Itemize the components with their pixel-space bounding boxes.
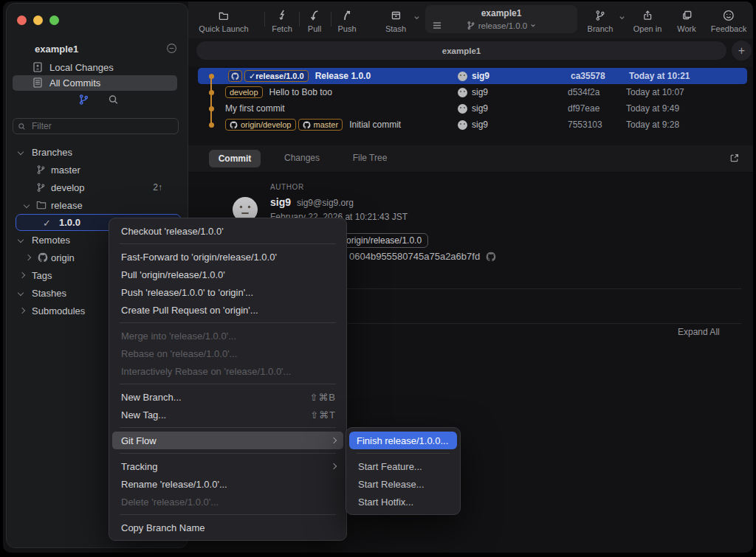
zoom-window-button[interactable] bbox=[49, 15, 59, 25]
document-plusminus-icon bbox=[33, 62, 42, 72]
tree-item-develop[interactable]: develop 2↑ bbox=[7, 179, 188, 196]
chevron-right-icon[interactable] bbox=[19, 272, 25, 278]
smiley-icon bbox=[723, 8, 735, 23]
repo-tab-example1[interactable]: example1 bbox=[196, 41, 726, 60]
avatar bbox=[458, 104, 467, 114]
add-tab-button[interactable]: + bbox=[732, 41, 752, 60]
branches-mode-icon[interactable] bbox=[78, 94, 89, 105]
menu-item-copy-branch-name[interactable]: Copy Branch Name bbox=[109, 519, 346, 536]
pull-button[interactable]: Pull bbox=[308, 8, 321, 33]
tab-commit[interactable]: Commit bbox=[209, 150, 261, 167]
menu-item-fast-forward[interactable]: Fast-Forward to 'origin/release/1.0.0' bbox=[109, 248, 346, 266]
sidebar-repo-name: example1 bbox=[35, 44, 78, 55]
github-icon bbox=[38, 252, 48, 263]
menu-item-new-tag[interactable]: New Tag... ⇧⌘T bbox=[109, 406, 346, 423]
menu-item-new-branch[interactable]: New Branch... ⇧⌘B bbox=[109, 388, 346, 406]
filter-field[interactable] bbox=[13, 118, 179, 134]
tab-file-tree[interactable]: File Tree bbox=[353, 153, 388, 163]
tree-item-release[interactable]: release bbox=[7, 196, 188, 214]
branch-dropdown-chevron-icon[interactable] bbox=[619, 15, 625, 21]
submenu-item-start-release[interactable]: Start Release... bbox=[346, 475, 460, 493]
submenu-item-start-feature[interactable]: Start Feature... bbox=[346, 457, 460, 475]
menu-item-checkout[interactable]: Checkout 'release/1.0.0' bbox=[109, 222, 346, 240]
tab-changes[interactable]: Changes bbox=[284, 153, 320, 163]
feedback-button[interactable]: Feedback bbox=[711, 8, 746, 33]
minimize-window-button[interactable] bbox=[33, 15, 43, 25]
filter-input[interactable] bbox=[30, 120, 173, 132]
detail-tabbar: Commit Changes File Tree bbox=[188, 145, 753, 173]
chevron-down-icon[interactable] bbox=[18, 149, 24, 155]
fetch-button[interactable]: Fetch bbox=[272, 8, 292, 33]
commit-sha-row: 0604b955580745a75a2a6b7fd bbox=[349, 251, 496, 262]
stash-dropdown-chevron-icon[interactable] bbox=[413, 15, 420, 21]
tree-item-master[interactable]: master bbox=[7, 161, 188, 179]
branch-icon bbox=[36, 165, 46, 175]
repo-selector[interactable]: example1 release/1.0.0 bbox=[425, 5, 577, 33]
branch-icon bbox=[467, 21, 475, 30]
submenu-chevron-icon bbox=[331, 437, 337, 443]
stash-button[interactable]: Stash bbox=[385, 8, 406, 33]
menu-divider bbox=[357, 453, 450, 454]
chevron-down-icon[interactable] bbox=[18, 237, 24, 243]
commit-list-icon bbox=[33, 77, 42, 88]
tree-item-branches[interactable]: Branches bbox=[7, 143, 188, 161]
commit-author: sig9 bbox=[458, 120, 488, 130]
chevron-down-icon[interactable] bbox=[18, 290, 24, 296]
commit-subject: Hello to Bob too bbox=[269, 87, 332, 97]
commit-date: Today at 10:07 bbox=[626, 87, 684, 97]
menu-item-pull[interactable]: Pull 'origin/release/1.0.0' bbox=[109, 266, 346, 283]
search-mode-icon[interactable] bbox=[108, 94, 119, 105]
expand-all-button[interactable]: Expand All bbox=[678, 327, 720, 337]
toolbar-separator bbox=[331, 12, 331, 27]
commit-row[interactable]: origin/develop master Initial commit sig… bbox=[195, 117, 747, 133]
menu-item-tracking[interactable]: Tracking bbox=[109, 457, 346, 475]
menu-item-git-flow[interactable]: Git Flow bbox=[112, 432, 343, 449]
repo-tabbar: example1 + bbox=[188, 38, 753, 66]
commit-author: sig9 bbox=[458, 87, 488, 97]
share-icon bbox=[642, 8, 653, 23]
menu-divider bbox=[120, 514, 336, 515]
remote-ref-badge: origin/develop bbox=[225, 119, 296, 131]
push-button[interactable]: Push bbox=[337, 8, 356, 33]
menu-item-push[interactable]: Push 'release/1.0.0' to 'origin'... bbox=[109, 283, 346, 301]
open-in-window-icon[interactable] bbox=[729, 153, 740, 164]
close-window-button[interactable] bbox=[17, 15, 27, 25]
toolbar: Quick Launch Fetch Pull Push bbox=[188, 1, 753, 38]
submenu-item-finish-release[interactable]: Finish release/1.0.0... bbox=[349, 432, 457, 449]
author-email: sig9@sig9.org bbox=[297, 198, 354, 208]
menu-item-create-pull-request[interactable]: Create Pull Request on 'origin'... bbox=[109, 301, 346, 319]
commit-row[interactable]: ✓release/1.0.0 Release 1.0.0 sig9 ca3557… bbox=[198, 68, 747, 84]
commit-row[interactable]: My first commit sig9 df97eae Today at 9:… bbox=[195, 100, 747, 117]
commit-date: Today at 9:28 bbox=[626, 120, 679, 130]
quick-launch-button[interactable]: Quick Launch bbox=[199, 8, 248, 33]
chevron-right-icon[interactable] bbox=[19, 308, 25, 314]
chevron-down-icon[interactable] bbox=[24, 202, 30, 208]
menu-item-rename[interactable]: Rename 'release/1.0.0'... bbox=[109, 475, 346, 493]
commit-subject: Initial commit bbox=[349, 120, 401, 130]
pull-arrow-icon bbox=[309, 8, 320, 23]
plus-icon: + bbox=[738, 44, 745, 58]
github-remote-icon bbox=[228, 70, 242, 82]
commit-sha-fragment[interactable]: 0604b955580745a75a2a6b7fd bbox=[349, 251, 480, 262]
ref-badge[interactable]: origin/release/1.0.0 bbox=[340, 233, 428, 248]
open-in-button[interactable]: Open in bbox=[633, 8, 662, 33]
sidebar-item-local-changes[interactable]: Local Changes bbox=[7, 60, 188, 75]
shortcut-label: ⇧⌘T bbox=[310, 409, 336, 421]
commit-subject: Release 1.0.0 bbox=[315, 71, 371, 81]
author-section-label: AUTHOR bbox=[270, 183, 304, 191]
github-icon[interactable] bbox=[486, 252, 496, 262]
branch-button[interactable]: Branch bbox=[588, 8, 614, 33]
menu-item-rebase-on: Rebase on 'release/1.0.0'... bbox=[109, 345, 346, 362]
author-name: sig9 bbox=[270, 196, 291, 208]
commit-row[interactable]: develop Hello to Bob too sig9 d534f2a To… bbox=[195, 84, 747, 100]
sidebar-item-all-commits[interactable]: All Commits bbox=[13, 75, 177, 91]
folder-icon bbox=[217, 8, 230, 23]
avatar bbox=[458, 72, 467, 81]
stash-box-icon bbox=[389, 8, 402, 23]
chevron-right-icon[interactable] bbox=[25, 255, 31, 260]
branch-context-menu: Checkout 'release/1.0.0' Fast-Forward to… bbox=[109, 218, 347, 541]
work-button[interactable]: Work bbox=[677, 8, 695, 33]
submenu-item-start-hotfix[interactable]: Start Hotfix... bbox=[346, 493, 460, 511]
ahead-count-badge: 2↑ bbox=[153, 182, 162, 193]
minus-circle-icon[interactable] bbox=[166, 43, 177, 54]
